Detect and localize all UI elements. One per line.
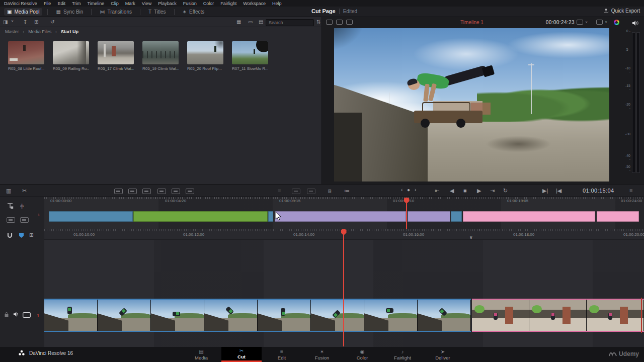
export-clip-icon[interactable]: ⧈: [328, 187, 332, 194]
stop-icon[interactable]: ■: [463, 187, 467, 194]
video-track-icon[interactable]: [23, 312, 31, 318]
overview-clip[interactable]: [49, 211, 133, 222]
timeline-view-icon[interactable]: [346, 20, 353, 25]
breadcrumb-media-files[interactable]: Media Files: [28, 29, 51, 34]
flag-marker-icon[interactable]: [19, 233, 24, 238]
overview-clip[interactable]: [408, 211, 450, 222]
import-folder-icon[interactable]: ⊞: [34, 19, 38, 25]
audio-monitor-icon[interactable]: [632, 20, 639, 26]
split-clip-icon[interactable]: ✂: [22, 187, 27, 194]
overview-clip[interactable]: [463, 211, 595, 222]
trim-tool-icon[interactable]: [7, 203, 14, 210]
filmstrip-clip[interactable]: [472, 299, 644, 332]
overview-clip[interactable]: [133, 211, 268, 222]
chevron-down-icon[interactable]: ∨: [11, 19, 14, 23]
toolbar-effects[interactable]: ✶Effects: [180, 8, 208, 16]
tab-media[interactable]: ▤Media: [181, 347, 221, 362]
viewer-video[interactable]: [334, 28, 609, 182]
ripple-audio-icon[interactable]: [20, 217, 29, 223]
lock-icon[interactable]: [4, 312, 9, 317]
sort-icon[interactable]: ⇅: [316, 19, 320, 25]
menu-item-edit[interactable]: Edit: [57, 1, 65, 6]
next-edit-icon[interactable]: ▶|: [542, 187, 548, 194]
breadcrumb-start-up[interactable]: Start Up: [61, 29, 78, 34]
sidebar-toggle-icon[interactable]: ◨: [3, 19, 8, 25]
menu-item-view[interactable]: View: [142, 1, 151, 6]
menu-item-mark[interactable]: Mark: [125, 1, 135, 6]
timeline-name[interactable]: Timeline 1: [452, 20, 492, 25]
toolbar-media-pool[interactable]: ▣Media Pool: [4, 8, 42, 16]
breadcrumb-master[interactable]: Master: [5, 29, 19, 34]
menu-item-fusion[interactable]: Fusion: [183, 1, 197, 6]
thumbnail-view-icon[interactable]: ▦: [236, 19, 241, 25]
media-clip[interactable]: R05_08 Little Roof...: [8, 41, 44, 71]
toolbar-sync-bin[interactable]: ▦Sync Bin: [53, 8, 86, 16]
overview-ruler[interactable]: 01:00:00:0001:00:04:2001:00:09:1501:00:1…: [44, 197, 644, 204]
chevron-down-icon[interactable]: ∨: [585, 20, 588, 24]
quick-export-button[interactable]: Quick Export: [603, 8, 640, 14]
detail-playhead[interactable]: [343, 229, 344, 346]
tools-icon[interactable]: ≡: [278, 187, 281, 194]
menu-item-timeline[interactable]: Timeline: [88, 1, 105, 6]
menu-item-davinci-resolve[interactable]: DaVinci Resolve: [4, 1, 37, 6]
loop-icon[interactable]: ↻: [503, 187, 508, 194]
source-clip-icon[interactable]: [326, 20, 333, 25]
menu-item-fairlight[interactable]: Fairlight: [220, 1, 236, 6]
toolbar-transitions[interactable]: ⋈Transitions: [97, 8, 135, 16]
close-up-icon[interactable]: [157, 189, 166, 194]
overview-clip[interactable]: [268, 211, 273, 222]
tab-deliver[interactable]: ➤Deliver: [423, 347, 463, 362]
media-clip[interactable]: R05_09 Railing Ru...: [53, 41, 89, 71]
smart-insert-icon[interactable]: [114, 189, 123, 194]
filmstrip-view-icon[interactable]: ▭: [248, 19, 253, 25]
media-clip[interactable]: R05_17 Climb Wal...: [98, 41, 134, 71]
tab-cut[interactable]: ✂Cut: [221, 347, 262, 362]
track-resize-icon[interactable]: ⊞: [29, 232, 33, 238]
menu-item-workspace[interactable]: Workspace: [243, 1, 266, 6]
toolbar-titles[interactable]: TTitles: [145, 8, 169, 16]
append-icon[interactable]: [128, 189, 137, 194]
sync-icon[interactable]: ↺: [50, 19, 54, 25]
filmstrip-clip[interactable]: [44, 299, 471, 332]
media-clip[interactable]: R07_11 SlowMo R...: [232, 41, 268, 71]
clip-settings-icon[interactable]: ≔: [344, 187, 350, 194]
picture-in-picture-icon[interactable]: [292, 189, 300, 194]
track-mute-icon[interactable]: [13, 311, 20, 317]
play-reverse-icon[interactable]: ◀: [450, 187, 454, 194]
media-clip[interactable]: R05_20 Roof Flip...: [187, 41, 223, 71]
color-wheel-icon[interactable]: [614, 20, 619, 25]
go-to-end-icon[interactable]: ⇥: [490, 187, 495, 194]
match-frame-icon[interactable]: |◀: [556, 187, 561, 194]
slip-tool-icon[interactable]: ‹|›: [20, 203, 23, 209]
overview-playhead[interactable]: [406, 198, 407, 229]
timeline-options-icon[interactable]: ≡: [629, 187, 632, 194]
marker-chevron-icon[interactable]: ∨: [469, 235, 473, 240]
menu-item-color[interactable]: Color: [203, 1, 214, 6]
menu-item-file[interactable]: File: [44, 1, 51, 6]
tab-fairlight[interactable]: ♪Fairlight: [382, 347, 423, 362]
chevron-down-icon[interactable]: ∨: [605, 20, 607, 24]
menu-item-trim[interactable]: Trim: [72, 1, 81, 6]
overview-clip[interactable]: [451, 211, 462, 222]
go-to-start-icon[interactable]: ⇤: [435, 187, 439, 194]
tab-edit[interactable]: ≡Edit: [262, 347, 302, 362]
list-view-icon[interactable]: ▤: [259, 19, 263, 25]
media-clip[interactable]: R05_19 Climb Wal...: [142, 41, 179, 71]
import-media-icon[interactable]: ↧: [23, 19, 27, 25]
tab-color[interactable]: ◉Color: [342, 347, 382, 362]
search-input[interactable]: [266, 19, 314, 26]
overview-clip[interactable]: [275, 211, 406, 222]
place-on-top-icon[interactable]: [172, 189, 180, 194]
menu-item-clip[interactable]: Clip: [111, 1, 119, 6]
timeline-tools-icon[interactable]: ▥: [6, 187, 11, 194]
play-icon[interactable]: ▶: [477, 187, 481, 194]
ripple-video-icon[interactable]: [7, 217, 15, 223]
menu-item-playback[interactable]: Playback: [158, 1, 177, 6]
tab-fusion[interactable]: ✶Fusion: [302, 347, 342, 362]
jog-control[interactable]: ‹ ● ›: [401, 187, 418, 193]
menu-item-help[interactable]: Help: [272, 1, 282, 6]
source-tape-icon[interactable]: [336, 20, 343, 25]
waveform-icon[interactable]: [307, 189, 315, 194]
ripple-overwrite-icon[interactable]: [142, 189, 151, 194]
overlay-tool-icon[interactable]: [596, 20, 603, 25]
